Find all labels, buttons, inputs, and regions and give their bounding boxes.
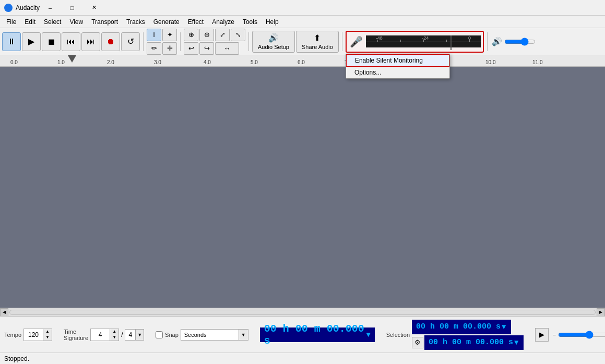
ruler-11: 11.0: [532, 59, 542, 65]
ruler-1: 1.0: [57, 59, 65, 65]
share-icon: ⬆: [314, 33, 321, 43]
menu-select[interactable]: Select: [40, 16, 65, 28]
menu-transport[interactable]: Transport: [87, 16, 122, 28]
tempo-down-button[interactable]: ▼: [43, 335, 52, 341]
tempo-label: Tempo: [4, 332, 21, 338]
timesig-den-box: 4 ▼: [125, 329, 144, 341]
envelope-tool[interactable]: ✦: [162, 29, 177, 41]
track-area: [0, 67, 605, 308]
snap-label: Snap: [165, 332, 179, 338]
maximize-button[interactable]: □: [62, 1, 82, 15]
selection-time-display1: 00 h 00 m 00.000 s ▼: [412, 320, 511, 334]
speaker-icon: 🔊: [268, 33, 279, 43]
scroll-left-arrow[interactable]: ◀: [0, 308, 8, 317]
ruler-0: 0.0: [10, 59, 18, 65]
ruler-content: 0.0 1.0 2.0 3.0 4.0 5.0 6.0 7.0 8.0 9.0 …: [0, 55, 605, 66]
ruler-3: 3.0: [154, 59, 161, 65]
menu-tracks[interactable]: Tracks: [122, 16, 149, 28]
sep2: [180, 32, 181, 51]
time-value-main: 00 h 00 m 00.000 s: [264, 323, 365, 347]
menu-generate[interactable]: Generate: [149, 16, 184, 28]
tempo-up-button[interactable]: ▲: [43, 329, 52, 335]
sel-time-arrow1: ▼: [502, 323, 506, 331]
speed-slider-group: – +: [553, 331, 605, 339]
draw-tool[interactable]: ✏: [147, 42, 161, 55]
close-button[interactable]: ✕: [84, 1, 104, 15]
next-button[interactable]: ⏭: [81, 32, 100, 51]
redo-button[interactable]: ↪: [199, 42, 214, 55]
ruler-2: 2.0: [107, 59, 114, 65]
monitoring-container: 🎤 -48 -24 0: [346, 31, 484, 53]
zoom-out-button[interactable]: ⊖: [199, 29, 214, 41]
timesig-num-up-button[interactable]: ▲: [110, 329, 118, 335]
vu-meter-group: -48 -24 0: [366, 35, 481, 47]
sel-time-arrow2: ▼: [514, 338, 518, 347]
sep5: [487, 32, 488, 51]
share-audio-button[interactable]: ⬆ Share Audio: [296, 31, 339, 53]
ruler-4: 4.0: [204, 59, 211, 65]
mic-button[interactable]: 🎤: [349, 34, 364, 49]
audio-setup-button[interactable]: 🔊 Audio Setup: [252, 31, 295, 53]
menu-help[interactable]: Help: [262, 16, 283, 28]
menu-file[interactable]: File: [2, 16, 20, 28]
app-icon: [4, 4, 13, 12]
play-button[interactable]: ▶: [22, 32, 41, 51]
timesig-den-dropdown-button[interactable]: ▼: [135, 330, 144, 340]
timeline-ruler: 0.0 1.0 2.0 3.0 4.0 5.0 6.0 7.0 8.0 9.0 …: [0, 55, 605, 67]
snap-checkbox[interactable]: [156, 331, 163, 338]
zoom-group: ⊕ ⊖ ⤢ ⤡ ↩ ↪ ↔: [184, 29, 245, 55]
options-item[interactable]: Options...: [346, 67, 449, 78]
sep3: [248, 32, 249, 51]
playback-small-controls: ▶: [535, 328, 549, 342]
time-arrow-main: ▼: [366, 331, 370, 339]
selection-time-value2: 00 h 00 m 00.000 s: [429, 338, 513, 347]
zoom-in-button[interactable]: ⊕: [184, 29, 198, 41]
zoom-fit-button[interactable]: ⤢: [215, 29, 230, 41]
pause-button[interactable]: ⏸: [2, 32, 21, 51]
horizontal-scrollbar: ◀ ▶: [0, 308, 605, 316]
selection-tool[interactable]: I: [147, 29, 161, 41]
menubar: File Edit Select View Transport Tracks G…: [0, 16, 605, 28]
enable-silent-monitoring-item[interactable]: Enable Silent Monitoring: [346, 54, 449, 67]
share-audio-label: Share Audio: [302, 44, 333, 50]
prev-button[interactable]: ⏮: [62, 32, 80, 51]
scroll-track[interactable]: [9, 310, 596, 315]
selection-gear-button[interactable]: ⚙: [412, 337, 423, 348]
tempo-group: Tempo ▲ ▼: [4, 329, 52, 341]
undo-button[interactable]: ↩: [184, 42, 198, 55]
menu-view[interactable]: View: [65, 16, 87, 28]
snap-group: Snap Seconds ▼: [156, 329, 248, 341]
timesig-num-spinbox: ▲ ▼: [90, 329, 119, 341]
selection-label: Selection: [386, 332, 410, 338]
timesig-numerator-input[interactable]: [91, 329, 110, 341]
multi-tool[interactable]: ✛: [162, 42, 177, 55]
titlebar: Audacity – □ ✕: [0, 0, 605, 16]
output-icon: 🔊: [491, 35, 503, 47]
menu-tools[interactable]: Tools: [239, 16, 262, 28]
menu-analyze[interactable]: Analyze: [208, 16, 239, 28]
timesig-slash: /: [121, 331, 123, 338]
zoom-width-button[interactable]: ↔: [215, 42, 239, 55]
time-display-group: 00 h 00 m 00.000 s ▼: [260, 327, 375, 342]
speed-slider[interactable]: [558, 331, 605, 339]
timesig-denominator-value: 4: [125, 331, 135, 338]
timesig-num-down-button[interactable]: ▼: [110, 335, 118, 341]
scroll-right-arrow[interactable]: ▶: [597, 308, 605, 317]
menu-effect[interactable]: Effect: [184, 16, 208, 28]
tempo-spin-buttons: ▲ ▼: [43, 329, 52, 341]
sep4: [342, 32, 342, 51]
loop-button[interactable]: ↺: [121, 32, 140, 51]
minimize-button[interactable]: –: [40, 1, 61, 15]
output-volume-slider[interactable]: [504, 38, 536, 45]
record-button[interactable]: ⏺: [101, 32, 120, 51]
menu-edit[interactable]: Edit: [20, 16, 40, 28]
snap-dropdown-button[interactable]: ▼: [239, 330, 248, 340]
stop-button[interactable]: ◼: [42, 32, 61, 51]
tempo-input[interactable]: [24, 329, 43, 341]
snap-value: Seconds: [181, 332, 239, 338]
ruler-6: 6.0: [298, 59, 305, 65]
title-text: Audacity: [16, 4, 40, 11]
vu-label-48: -48: [376, 35, 383, 41]
play-small-button[interactable]: ▶: [535, 328, 549, 342]
zoom-sel-button[interactable]: ⤡: [231, 29, 245, 41]
